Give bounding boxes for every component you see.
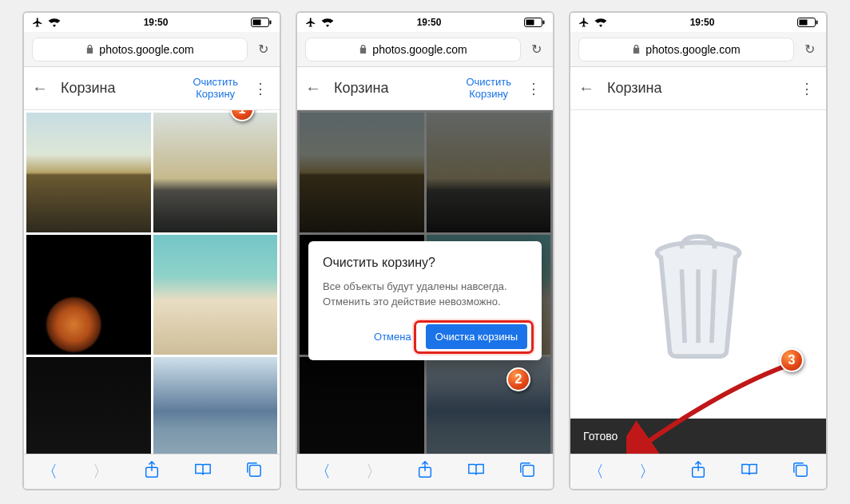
url-field[interactable]: photos.google.com <box>578 38 794 62</box>
back-icon[interactable]: ← <box>578 79 601 97</box>
nav-back-icon[interactable]: 〈 <box>584 461 608 482</box>
reload-icon[interactable]: ↻ <box>254 42 272 57</box>
more-icon[interactable]: ⋮ <box>522 80 545 97</box>
lock-icon <box>85 44 94 54</box>
url-field[interactable]: photos.google.com <box>32 38 248 62</box>
toast: Готово <box>570 419 826 454</box>
svg-rect-4 <box>250 466 261 477</box>
url-text: photos.google.com <box>99 43 193 56</box>
status-bar: 19:50 <box>24 13 280 32</box>
tabs-icon[interactable] <box>242 462 266 482</box>
app-header: ← Корзина Очистить Корзину ⋮ <box>24 67 280 110</box>
tabs-icon[interactable] <box>515 462 539 482</box>
svg-rect-12 <box>816 21 818 25</box>
toast-text: Готово <box>583 430 618 442</box>
empty-trash-view: Готово 3 <box>570 110 826 454</box>
wifi-icon <box>321 18 334 27</box>
safari-toolbar: 〈 〉 <box>570 454 826 489</box>
bookmarks-icon[interactable] <box>191 462 215 481</box>
nav-forward-icon: 〉 <box>89 461 113 482</box>
tabs-icon[interactable] <box>788 462 812 482</box>
clear-trash-link[interactable]: Очистить Корзину <box>188 75 243 102</box>
dialog-title: Очистить корзину? <box>323 256 527 270</box>
svg-rect-2 <box>270 21 272 25</box>
more-icon[interactable]: ⋮ <box>796 80 818 97</box>
reload-icon[interactable]: ↻ <box>527 42 545 57</box>
dialog-body: Все объекты будут удалены навсегда. Отме… <box>323 280 527 310</box>
battery-icon <box>797 18 818 27</box>
svg-rect-6 <box>526 20 534 26</box>
url-field[interactable]: photos.google.com <box>305 38 521 62</box>
bookmarks-icon[interactable] <box>737 462 761 481</box>
wifi-icon <box>48 18 61 27</box>
share-icon[interactable] <box>686 461 710 482</box>
svg-rect-1 <box>253 20 261 26</box>
app-header: ← Корзина ⋮ <box>570 67 826 110</box>
more-icon[interactable]: ⋮ <box>249 80 272 97</box>
photo-thumb[interactable] <box>153 235 278 355</box>
svg-rect-11 <box>800 20 808 26</box>
svg-line-14 <box>681 269 685 343</box>
trash-illustration <box>638 230 758 366</box>
svg-rect-18 <box>796 466 808 477</box>
cancel-button[interactable]: Отмена <box>367 326 418 347</box>
page-title: Корзина <box>61 80 116 97</box>
clock: 19:50 <box>61 17 251 28</box>
browser-url-bar: photos.google.com ↻ <box>570 32 826 67</box>
app-header: ← Корзина Очистить Корзину ⋮ <box>297 67 553 110</box>
photo-thumb[interactable] <box>26 235 151 355</box>
page-title: Корзина <box>334 80 389 97</box>
status-bar: 19:50 <box>297 13 553 32</box>
clear-trash-link[interactable]: Очистить Корзину <box>461 75 516 102</box>
bookmarks-icon[interactable] <box>464 462 488 481</box>
wifi-icon <box>594 18 607 27</box>
phone-screen-2: 19:50 photos.google.com ↻ ← Корзина Очис… <box>296 11 554 490</box>
battery-icon <box>251 18 272 27</box>
phone-screen-3: 19:50 photos.google.com ↻ ← Корзина ⋮ <box>569 11 828 490</box>
trash-grid: 1 <box>24 110 280 454</box>
safari-toolbar: 〈 〉 <box>297 454 553 489</box>
phone-screen-1: 19:50 photos.google.com ↻ ← Корзина Очис… <box>22 11 281 490</box>
photo-thumb[interactable] <box>26 357 151 454</box>
photo-thumb[interactable] <box>153 113 278 232</box>
airplane-icon <box>305 17 316 28</box>
browser-url-bar: photos.google.com ↻ <box>297 32 553 67</box>
trash-grid-dimmed: Очистить корзину? Все объекты будут удал… <box>297 110 553 454</box>
battery-icon <box>524 18 545 27</box>
clock: 19:50 <box>607 17 797 28</box>
safari-toolbar: 〈 〉 <box>24 454 280 489</box>
airplane-icon <box>578 17 590 28</box>
nav-back-icon[interactable]: 〈 <box>38 461 62 482</box>
url-text: photos.google.com <box>372 43 467 56</box>
back-icon[interactable]: ← <box>32 79 54 97</box>
share-icon[interactable] <box>413 461 437 482</box>
airplane-icon <box>32 17 43 28</box>
lock-icon <box>632 44 641 54</box>
svg-line-16 <box>712 269 715 343</box>
nav-forward-icon: 〉 <box>362 461 386 482</box>
nav-back-icon[interactable]: 〈 <box>311 461 335 482</box>
lock-icon <box>359 44 367 54</box>
back-icon[interactable]: ← <box>305 79 328 97</box>
nav-forward-icon[interactable]: 〉 <box>635 461 659 482</box>
reload-icon[interactable]: ↻ <box>800 42 818 57</box>
clock: 19:50 <box>334 17 524 28</box>
svg-rect-9 <box>523 466 534 477</box>
share-icon[interactable] <box>140 461 164 482</box>
svg-rect-7 <box>543 21 545 25</box>
confirm-dialog: Очистить корзину? Все объекты будут удал… <box>308 241 542 360</box>
browser-url-bar: photos.google.com ↻ <box>24 32 280 67</box>
url-text: photos.google.com <box>645 43 740 56</box>
page-title: Корзина <box>607 80 662 97</box>
confirm-empty-button[interactable]: Очистка корзины <box>426 324 527 349</box>
photo-thumb[interactable] <box>153 357 278 454</box>
photo-thumb[interactable] <box>26 113 151 232</box>
status-bar: 19:50 <box>570 13 826 32</box>
